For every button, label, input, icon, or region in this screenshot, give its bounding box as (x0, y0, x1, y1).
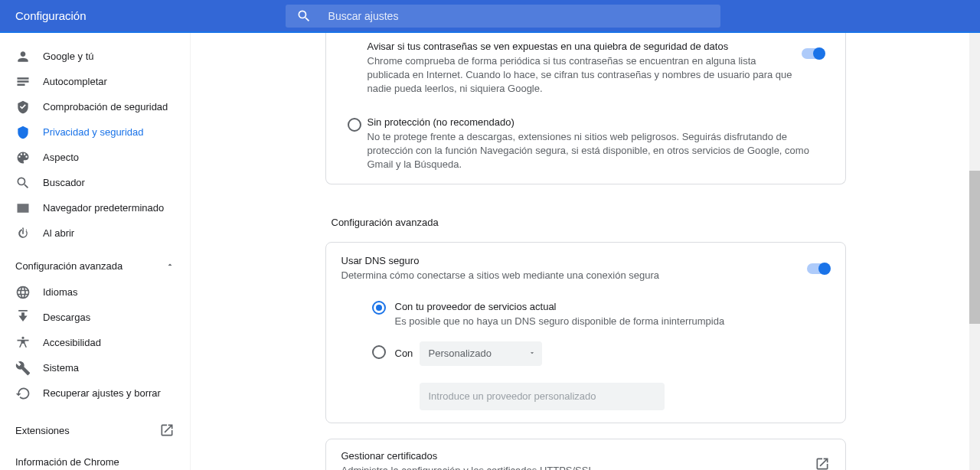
scrollbar-thumb[interactable] (969, 171, 980, 324)
sidebar-item-safety-check[interactable]: Comprobación de seguridad (0, 94, 190, 119)
sidebar-item-label: Accesibilidad (43, 337, 101, 348)
search-box[interactable] (286, 5, 720, 28)
pw-breach-toggle[interactable] (802, 48, 825, 59)
accessibility-icon (15, 335, 31, 351)
sidebar-item-label: Idiomas (43, 286, 78, 298)
pw-breach-title: Avisar si tus contraseñas se ven expuest… (368, 41, 796, 52)
secure-dns-toggle[interactable] (807, 263, 830, 274)
app-header: Configuración (0, 0, 980, 31)
chevron-up-icon (165, 260, 175, 272)
person-icon (15, 49, 31, 64)
search-icon (296, 8, 312, 24)
about-label: Información de Chrome (15, 456, 119, 468)
sidebar-item-privacy-security[interactable]: Privacidad y seguridad (0, 119, 190, 145)
pw-breach-desc: Chrome comprueba de forma periódica si t… (368, 54, 796, 96)
sidebar-item-downloads[interactable]: Descargas (0, 305, 190, 330)
dns-current-provider-row[interactable]: Con tu proveedor de servicios actual Es … (372, 296, 830, 336)
sidebar-item-reset[interactable]: Recuperar ajustes y borrar (0, 380, 190, 406)
page-title: Configuración (15, 9, 87, 22)
sidebar-item-appearance[interactable]: Aspecto (0, 145, 190, 170)
sidebar-item-label: Google y tú (43, 51, 94, 62)
dns-custom-radio[interactable] (372, 345, 386, 359)
no-protection-desc: No te protege frente a descargas, extens… (368, 130, 830, 172)
sidebar-item-system[interactable]: Sistema (0, 355, 190, 380)
main-content: Avisar si tus contraseñas se ven expuest… (190, 33, 980, 470)
dns-current-title: Con tu proveedor de servicios actual (395, 301, 815, 312)
sidebar-item-languages[interactable]: Idiomas (0, 279, 190, 305)
dns-custom-provider-input[interactable] (420, 383, 665, 410)
sidebar-item-label: Buscador (43, 177, 85, 188)
chevron-down-icon (528, 348, 536, 359)
sidebar-item-you-and-google[interactable]: Google y tú (0, 44, 190, 69)
open-in-new-icon (815, 456, 830, 470)
no-protection-radio[interactable] (348, 118, 361, 132)
content: Google y tú Autocompletar Comprobación d… (0, 33, 980, 470)
extensions-label: Extensiones (15, 425, 70, 436)
sidebar-item-label: Al abrir (43, 227, 74, 239)
secure-dns-title: Usar DNS seguro (341, 255, 807, 266)
globe-icon (15, 285, 31, 300)
sidebar-item-on-startup[interactable]: Al abrir (0, 220, 190, 246)
autofill-icon (15, 74, 31, 90)
dns-with-label: Con (395, 348, 420, 359)
no-protection-row[interactable]: Sin protección (no recomendado) No te pr… (326, 109, 845, 184)
advanced-header-label: Configuración avanzada (15, 260, 122, 272)
open-in-new-icon (159, 423, 175, 438)
palette-icon (15, 150, 31, 165)
certs-desc: Administra la configuración y los certif… (341, 464, 815, 471)
shield-icon (15, 125, 31, 140)
default-browser-icon (15, 201, 31, 216)
dns-provider-dropdown[interactable]: Personalizado (420, 341, 542, 366)
sidebar-item-default-browser[interactable]: Navegador predeterminado (0, 195, 190, 220)
search-input[interactable] (312, 10, 710, 22)
search-icon (15, 175, 31, 191)
sidebar: Google y tú Autocompletar Comprobación d… (0, 33, 190, 470)
sidebar-item-accessibility[interactable]: Accesibilidad (0, 330, 190, 355)
sidebar-item-label: Descargas (43, 312, 90, 323)
power-icon (15, 226, 31, 241)
scrollbar[interactable] (969, 33, 980, 470)
sidebar-extensions[interactable]: Extensiones (0, 413, 190, 447)
password-breach-row: Avisar si tus contraseñas se ven expuest… (326, 33, 845, 109)
sidebar-item-label: Autocompletar (43, 76, 107, 87)
dns-current-radio[interactable] (372, 301, 386, 315)
sidebar-about[interactable]: Información de Chrome (0, 447, 190, 470)
sidebar-item-autofill[interactable]: Autocompletar (0, 69, 190, 94)
download-icon (15, 310, 31, 325)
sidebar-item-label: Recuperar ajustes y borrar (43, 387, 161, 399)
dns-current-desc: Es posible que no haya un DNS seguro dis… (395, 315, 815, 328)
sidebar-item-search-engine[interactable]: Buscador (0, 170, 190, 195)
sidebar-advanced-header[interactable]: Configuración avanzada (0, 252, 190, 279)
wrench-icon (15, 361, 31, 376)
links-card: Gestionar certificados Administra la con… (325, 439, 846, 471)
sidebar-item-label: Privacidad y seguridad (43, 126, 144, 138)
dns-custom-row[interactable]: Con Personalizado (372, 337, 830, 374)
safe-browsing-panel: Avisar si tus contraseñas se ven expuest… (325, 33, 846, 184)
manage-certificates-row[interactable]: Gestionar certificados Administra la con… (326, 439, 845, 471)
sidebar-item-label: Aspecto (43, 152, 79, 163)
dropdown-value: Personalizado (429, 348, 492, 359)
secure-dns-row: Usar DNS seguro Determina cómo conectars… (326, 243, 845, 422)
secure-dns-card: Usar DNS seguro Determina cómo conectars… (325, 242, 846, 423)
shield-check-icon (15, 100, 31, 115)
certs-title: Gestionar certificados (341, 450, 815, 462)
secure-dns-desc: Determina cómo conectarse a sitios web m… (341, 269, 807, 282)
sidebar-item-label: Comprobación de seguridad (43, 101, 168, 113)
restore-icon (15, 386, 31, 401)
sidebar-item-label: Navegador predeterminado (43, 202, 164, 214)
sidebar-item-label: Sistema (43, 362, 79, 374)
no-protection-title: Sin protección (no recomendado) (368, 116, 830, 128)
advanced-section-header: Configuración avanzada (325, 184, 846, 242)
